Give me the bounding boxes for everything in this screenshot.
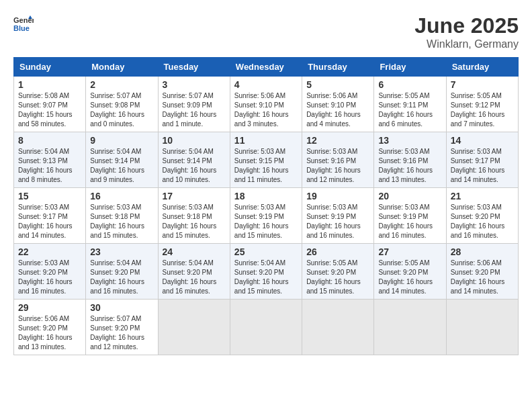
svg-text:Blue: Blue	[13, 24, 30, 32]
day-number: 23	[90, 246, 153, 257]
calendar-cell: 30Sunrise: 5:07 AMSunset: 9:20 PMDayligh…	[86, 300, 158, 355]
location-title: Winklarn, Germany	[414, 38, 519, 50]
day-number: 11	[234, 135, 298, 146]
day-info: Sunrise: 5:04 AMSunset: 9:14 PMDaylight:…	[163, 147, 226, 185]
calendar-cell: 29Sunrise: 5:06 AMSunset: 9:20 PMDayligh…	[14, 300, 86, 355]
day-number: 19	[306, 191, 369, 201]
calendar-cell: 2Sunrise: 5:07 AMSunset: 9:08 PMDaylight…	[86, 77, 158, 132]
day-info: Sunrise: 5:05 AMSunset: 9:12 PMDaylight:…	[451, 91, 514, 129]
day-info: Sunrise: 5:05 AMSunset: 9:11 PMDaylight:…	[378, 91, 441, 129]
calendar-week-row: 15Sunrise: 5:03 AMSunset: 9:17 PMDayligh…	[14, 188, 519, 244]
weekday-header: Thursday	[302, 58, 374, 77]
weekday-header: Wednesday	[230, 58, 302, 77]
month-title: June 2025	[414, 13, 519, 38]
day-number: 8	[18, 135, 81, 146]
day-number: 4	[234, 79, 298, 90]
day-number: 25	[234, 246, 298, 257]
day-number: 24	[163, 246, 226, 257]
day-number: 9	[90, 135, 153, 146]
calendar-cell	[230, 300, 302, 355]
weekday-header: Monday	[86, 58, 158, 77]
day-info: Sunrise: 5:03 AMSunset: 9:16 PMDaylight:…	[306, 147, 369, 185]
day-info: Sunrise: 5:03 AMSunset: 9:19 PMDaylight:…	[378, 203, 441, 240]
day-info: Sunrise: 5:03 AMSunset: 9:18 PMDaylight:…	[90, 203, 153, 240]
day-number: 20	[378, 191, 441, 201]
calendar-cell: 7Sunrise: 5:05 AMSunset: 9:12 PMDaylight…	[446, 77, 518, 132]
day-number: 21	[451, 191, 514, 201]
calendar-table: SundayMondayTuesdayWednesdayThursdayFrid…	[13, 57, 519, 355]
day-info: Sunrise: 5:03 AMSunset: 9:17 PMDaylight:…	[18, 203, 81, 240]
day-number: 10	[163, 135, 226, 146]
day-number: 5	[306, 79, 369, 90]
calendar-week-row: 8Sunrise: 5:04 AMSunset: 9:13 PMDaylight…	[14, 132, 519, 188]
day-number: 3	[163, 79, 226, 90]
weekday-header-row: SundayMondayTuesdayWednesdayThursdayFrid…	[14, 58, 519, 77]
day-info: Sunrise: 5:04 AMSunset: 9:20 PMDaylight:…	[90, 259, 153, 296]
calendar-cell: 1Sunrise: 5:08 AMSunset: 9:07 PMDaylight…	[14, 77, 86, 132]
calendar-cell: 11Sunrise: 5:03 AMSunset: 9:15 PMDayligh…	[230, 132, 302, 188]
day-number: 29	[18, 302, 81, 313]
day-number: 6	[378, 79, 441, 90]
calendar-cell: 25Sunrise: 5:04 AMSunset: 9:20 PMDayligh…	[230, 244, 302, 300]
day-number: 28	[451, 246, 514, 257]
calendar-cell: 3Sunrise: 5:07 AMSunset: 9:09 PMDaylight…	[158, 77, 230, 132]
day-info: Sunrise: 5:05 AMSunset: 9:20 PMDaylight:…	[378, 259, 441, 296]
calendar-cell: 14Sunrise: 5:03 AMSunset: 9:17 PMDayligh…	[446, 132, 518, 188]
calendar-week-row: 22Sunrise: 5:03 AMSunset: 9:20 PMDayligh…	[14, 244, 519, 300]
calendar-cell	[158, 300, 230, 355]
day-info: Sunrise: 5:07 AMSunset: 9:20 PMDaylight:…	[90, 314, 153, 352]
calendar-cell: 27Sunrise: 5:05 AMSunset: 9:20 PMDayligh…	[374, 244, 446, 300]
weekday-header: Sunday	[14, 58, 86, 77]
day-info: Sunrise: 5:05 AMSunset: 9:20 PMDaylight:…	[306, 259, 369, 296]
calendar-cell: 26Sunrise: 5:05 AMSunset: 9:20 PMDayligh…	[302, 244, 374, 300]
weekday-header: Tuesday	[158, 58, 230, 77]
calendar-cell: 19Sunrise: 5:03 AMSunset: 9:19 PMDayligh…	[302, 188, 374, 244]
day-info: Sunrise: 5:03 AMSunset: 9:16 PMDaylight:…	[378, 147, 441, 185]
calendar-cell: 10Sunrise: 5:04 AMSunset: 9:14 PMDayligh…	[158, 132, 230, 188]
day-info: Sunrise: 5:03 AMSunset: 9:18 PMDaylight:…	[163, 203, 226, 240]
logo-icon: General Blue	[13, 13, 34, 34]
calendar-cell: 23Sunrise: 5:04 AMSunset: 9:20 PMDayligh…	[86, 244, 158, 300]
calendar-cell: 8Sunrise: 5:04 AMSunset: 9:13 PMDaylight…	[14, 132, 86, 188]
calendar-cell: 21Sunrise: 5:03 AMSunset: 9:20 PMDayligh…	[446, 188, 518, 244]
weekday-header: Saturday	[446, 58, 518, 77]
day-info: Sunrise: 5:03 AMSunset: 9:20 PMDaylight:…	[451, 203, 514, 240]
day-number: 14	[451, 135, 514, 146]
day-info: Sunrise: 5:07 AMSunset: 9:09 PMDaylight:…	[163, 91, 226, 129]
day-number: 12	[306, 135, 369, 146]
day-info: Sunrise: 5:07 AMSunset: 9:08 PMDaylight:…	[90, 91, 153, 129]
calendar-cell: 6Sunrise: 5:05 AMSunset: 9:11 PMDaylight…	[374, 77, 446, 132]
day-info: Sunrise: 5:03 AMSunset: 9:19 PMDaylight:…	[306, 203, 369, 240]
day-info: Sunrise: 5:03 AMSunset: 9:15 PMDaylight:…	[234, 147, 298, 185]
calendar-cell	[302, 300, 374, 355]
calendar-cell: 24Sunrise: 5:04 AMSunset: 9:20 PMDayligh…	[158, 244, 230, 300]
day-number: 30	[90, 302, 153, 313]
day-info: Sunrise: 5:04 AMSunset: 9:13 PMDaylight:…	[18, 147, 81, 185]
day-number: 15	[18, 191, 81, 201]
calendar-cell: 16Sunrise: 5:03 AMSunset: 9:18 PMDayligh…	[86, 188, 158, 244]
title-section: June 2025 Winklarn, Germany	[414, 13, 519, 50]
calendar-cell: 28Sunrise: 5:06 AMSunset: 9:20 PMDayligh…	[446, 244, 518, 300]
day-info: Sunrise: 5:04 AMSunset: 9:14 PMDaylight:…	[90, 147, 153, 185]
page-header: General Blue June 2025 Winklarn, Germany	[13, 13, 519, 50]
day-info: Sunrise: 5:03 AMSunset: 9:17 PMDaylight:…	[451, 147, 514, 185]
day-number: 22	[18, 246, 81, 257]
calendar-cell: 5Sunrise: 5:06 AMSunset: 9:10 PMDaylight…	[302, 77, 374, 132]
calendar-cell: 20Sunrise: 5:03 AMSunset: 9:19 PMDayligh…	[374, 188, 446, 244]
day-number: 27	[378, 246, 441, 257]
day-info: Sunrise: 5:03 AMSunset: 9:19 PMDaylight:…	[234, 203, 298, 240]
day-info: Sunrise: 5:03 AMSunset: 9:20 PMDaylight:…	[18, 259, 81, 296]
calendar-cell: 22Sunrise: 5:03 AMSunset: 9:20 PMDayligh…	[14, 244, 86, 300]
day-number: 7	[451, 79, 514, 90]
calendar-cell: 18Sunrise: 5:03 AMSunset: 9:19 PMDayligh…	[230, 188, 302, 244]
calendar-cell: 17Sunrise: 5:03 AMSunset: 9:18 PMDayligh…	[158, 188, 230, 244]
day-info: Sunrise: 5:06 AMSunset: 9:20 PMDaylight:…	[451, 259, 514, 296]
day-info: Sunrise: 5:04 AMSunset: 9:20 PMDaylight:…	[234, 259, 298, 296]
day-info: Sunrise: 5:06 AMSunset: 9:20 PMDaylight:…	[18, 314, 81, 352]
calendar-week-row: 29Sunrise: 5:06 AMSunset: 9:20 PMDayligh…	[14, 300, 519, 355]
calendar-cell	[446, 300, 518, 355]
day-info: Sunrise: 5:04 AMSunset: 9:20 PMDaylight:…	[163, 259, 226, 296]
calendar-cell: 12Sunrise: 5:03 AMSunset: 9:16 PMDayligh…	[302, 132, 374, 188]
calendar-cell: 13Sunrise: 5:03 AMSunset: 9:16 PMDayligh…	[374, 132, 446, 188]
day-number: 26	[306, 246, 369, 257]
